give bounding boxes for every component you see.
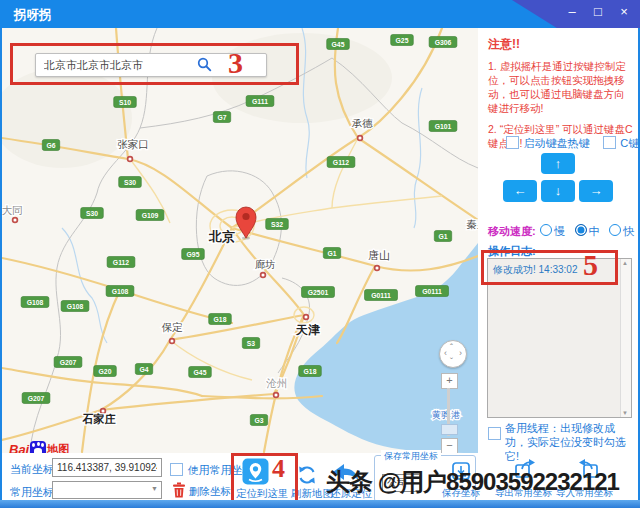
svg-text:G1: G1 (327, 250, 336, 257)
svg-text:G95: G95 (187, 251, 200, 258)
svg-text:G109: G109 (142, 212, 159, 219)
backup-thread-checkbox[interactable] (488, 427, 501, 440)
move-right-button[interactable]: → (579, 180, 613, 202)
svg-text:G18: G18 (304, 368, 317, 375)
move-down-button[interactable]: ↓ (541, 180, 575, 202)
search-icon[interactable] (197, 57, 212, 72)
speed-label: 移动速度: (488, 225, 536, 237)
svg-text:G45: G45 (332, 41, 345, 48)
baidu-paw-icon (30, 441, 46, 453)
svg-text:G25: G25 (396, 37, 409, 44)
annotation-digit-4: 4 (272, 454, 285, 484)
scroll-up-icon[interactable]: ▲ (622, 260, 628, 266)
speed-option-slow[interactable]: 慢 (540, 225, 565, 237)
locate-here-icon[interactable] (242, 458, 269, 485)
baidu-map-logo: Bai 地图 (9, 440, 69, 453)
svg-text:唐山: 唐山 (368, 249, 390, 261)
svg-text:G20: G20 (99, 368, 112, 375)
app-title: 拐呀拐 (14, 7, 52, 24)
map-canvas[interactable]: G45G25G306S10G111G7G101G6G112S30S30G109S… (2, 28, 478, 453)
svg-text:G0111: G0111 (422, 288, 442, 295)
svg-text:廊坊: 廊坊 (255, 259, 275, 270)
svg-text:G101: G101 (435, 123, 452, 130)
baidu-logo-text: Bai (9, 442, 29, 454)
svg-text:G7: G7 (217, 114, 226, 121)
map-pan-control[interactable]: ˆ ˇ ‹ › (439, 340, 467, 368)
zoom-in-button[interactable]: + (441, 373, 458, 389)
use-saved-checkbox[interactable] (170, 463, 183, 476)
app-window: 拐呀拐 – □ × (0, 0, 640, 508)
pan-right-icon[interactable]: › (459, 349, 462, 358)
backup-thread-label: 备用线程：出现修改成功，实际定位没变时勾选它! (505, 421, 630, 463)
svg-text:G112: G112 (113, 259, 129, 266)
svg-text:G207: G207 (28, 395, 45, 402)
save-group-label: 保存常用坐标 (381, 450, 441, 463)
svg-text:保定: 保定 (162, 321, 184, 333)
svg-text:S32: S32 (271, 221, 283, 228)
title-bar: 拐呀拐 – □ × (0, 0, 640, 28)
svg-text:G112: G112 (333, 159, 349, 166)
zoom-slider-handle[interactable] (441, 424, 458, 435)
annotation-digit-3: 3 (228, 46, 243, 80)
pan-up-icon[interactable]: ˆ (450, 343, 453, 352)
radio-icon[interactable] (609, 224, 621, 236)
pan-down-icon[interactable]: ˇ (450, 357, 453, 366)
scroll-down-icon[interactable]: ▼ (622, 410, 628, 416)
speed-row: 移动速度: 慢 中 快 飞 (488, 221, 640, 239)
close-button[interactable]: × (616, 4, 632, 19)
svg-text:G45: G45 (194, 369, 207, 376)
svg-text:G1: G1 (438, 233, 447, 240)
speed-option-medium[interactable]: 中 (575, 225, 600, 237)
move-left-button[interactable]: ← (503, 180, 537, 202)
baidu-logo-mapword: 地图 (47, 442, 69, 454)
svg-text:G6: G6 (46, 142, 55, 149)
zoom-out-button[interactable]: − (441, 438, 458, 453)
svg-text:S30: S30 (86, 210, 98, 217)
hotkey-checkbox-row: 启动键盘热键 C键定位 (506, 133, 640, 151)
svg-text:G111: G111 (252, 98, 268, 105)
svg-text:承德: 承德 (352, 117, 374, 129)
svg-text:天津: 天津 (295, 323, 320, 337)
annotation-digit-5: 5 (583, 248, 598, 282)
locate-here-button[interactable]: 定位到这里 (236, 487, 289, 501)
hotkey-checkbox[interactable] (506, 136, 519, 149)
trash-icon[interactable] (172, 482, 186, 498)
svg-text:G3: G3 (254, 417, 263, 424)
hotkey-checkbox-label: 启动键盘热键 (523, 137, 589, 149)
svg-text:G108: G108 (112, 288, 129, 295)
window-border-bottom (0, 500, 640, 508)
svg-text:G207: G207 (60, 359, 77, 366)
svg-text:G4: G4 (139, 366, 148, 373)
svg-text:S10: S10 (119, 99, 131, 106)
maximize-button[interactable]: □ (590, 4, 606, 19)
map-pane[interactable]: G45G25G306S10G111G7G101G6G112S30S30G109S… (2, 28, 478, 453)
svg-text:沧州: 沧州 (266, 377, 288, 389)
backup-thread-row: 备用线程：出现修改成功，实际定位没变时勾选它! (488, 421, 630, 463)
minimize-button[interactable]: – (564, 4, 580, 19)
pan-left-icon[interactable]: ‹ (444, 349, 447, 358)
current-coords-label: 当前坐标: (10, 462, 57, 477)
saved-coords-select[interactable]: ▼ (52, 481, 162, 499)
refresh-icon[interactable] (296, 464, 318, 486)
svg-text:G306: G306 (435, 39, 452, 46)
svg-text:秦皇岛: 秦皇岛 (466, 218, 478, 230)
svg-text:S30: S30 (124, 179, 136, 186)
svg-text:北京: 北京 (208, 229, 235, 244)
current-coords-input[interactable] (52, 458, 162, 477)
svg-text:G18: G18 (214, 316, 227, 323)
chevron-down-icon[interactable]: ▼ (151, 485, 158, 492)
svg-text:G108: G108 (27, 299, 44, 306)
watermark: 头条 @用户85903592232121 (326, 466, 619, 498)
svg-text:张家口: 张家口 (117, 138, 149, 150)
notice-title: 注意!! (488, 36, 633, 53)
svg-text:G108: G108 (67, 303, 84, 310)
window-border-left (0, 28, 2, 502)
speed-option-fast[interactable]: 快 (609, 225, 634, 237)
log-scrollbar[interactable]: ▲ ▼ (620, 259, 631, 417)
delete-coords-button[interactable]: 删除坐标 (189, 485, 231, 499)
svg-text:石家庄: 石家庄 (82, 413, 116, 425)
svg-text:S3: S3 (247, 340, 256, 347)
radio-icon[interactable] (540, 224, 552, 236)
radio-icon-selected[interactable] (575, 224, 587, 236)
ckey-checkbox[interactable] (603, 136, 616, 149)
